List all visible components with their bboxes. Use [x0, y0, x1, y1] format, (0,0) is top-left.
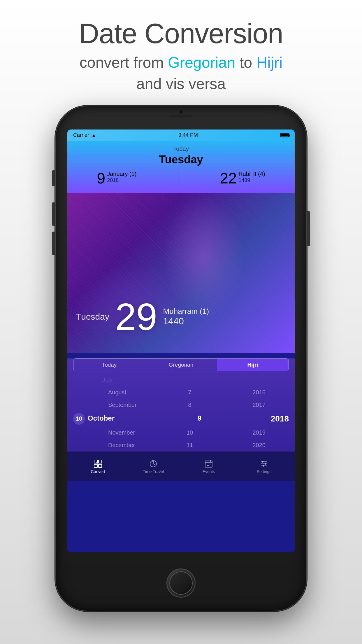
selected-indicator: 10 [73, 413, 85, 425]
current-day-name: Tuesday [76, 153, 286, 166]
picker-month-november: November [91, 429, 137, 436]
picker-month-july: July [91, 377, 137, 383]
hijri-year: 1439 [238, 177, 265, 183]
picker-month-august: August [91, 389, 137, 396]
status-left: Carrier ▲ [73, 132, 96, 138]
svg-point-16 [265, 463, 266, 465]
svg-line-4 [96, 462, 99, 465]
today-label: Today [76, 146, 286, 152]
status-bar: Carrier ▲ 9:44 PM [67, 130, 295, 141]
main-day-name: Tuesday [76, 312, 109, 322]
gregorian-day-number: 9 [97, 171, 105, 186]
date-divider [178, 169, 178, 187]
volume-down-button [52, 232, 55, 255]
picker-day-july [178, 377, 201, 383]
bottom-controls: Today Gregorian Hijri July August 7 2016 [67, 358, 295, 481]
svg-rect-1 [99, 460, 102, 463]
picker-row-october-selected[interactable]: 10 October 9 2018 [70, 411, 292, 426]
picker-row-august: August 7 2016 [70, 386, 292, 399]
hijri-month: Rabi' II (4) [238, 171, 265, 177]
home-button[interactable] [166, 568, 196, 598]
picker-year-august: 2016 [242, 389, 271, 396]
events-icon [204, 459, 213, 468]
picker-year-july [242, 377, 271, 383]
picker-year-september: 2017 [242, 402, 271, 408]
subtitle-to: to [240, 54, 256, 71]
picker-day-december: 11 [178, 442, 201, 449]
picker-selected-content: October 9 2018 [88, 414, 289, 424]
subtitle-plain: convert from [80, 54, 164, 71]
picker-row-september: September 8 2017 [70, 399, 292, 411]
date-row: 9 January (1) 2018 22 Rabi' II (4) 1439 [76, 169, 286, 187]
picker-day-august: 7 [178, 389, 201, 396]
subtitle-hijri: Hijri [256, 54, 283, 71]
segment-today[interactable]: Today [73, 359, 145, 371]
segment-gregorian[interactable]: Gregorian [145, 359, 217, 371]
front-camera [179, 110, 183, 114]
home-button-inner [169, 571, 193, 595]
svg-point-15 [262, 461, 263, 463]
tab-time-travel[interactable]: Time Travel [142, 459, 165, 474]
picker-year-october: 2018 [222, 414, 289, 424]
tab-events-label: Events [203, 469, 215, 474]
time-travel-icon [149, 459, 158, 468]
main-title: Date Conversion [79, 18, 283, 50]
main-month-info: Muharram (1) 1440 [163, 307, 209, 327]
gregorian-year: 2018 [107, 177, 136, 183]
subtitle-gregorian: Gregorian [168, 54, 235, 71]
gregorian-date-detail: January (1) 2018 [107, 171, 136, 183]
picker-day-october: 9 [177, 414, 222, 424]
hijri-day-number: 22 [220, 171, 237, 186]
picker-month-september: September [91, 402, 137, 408]
segment-hijri[interactable]: Hijri [217, 359, 289, 371]
picker-row-july: July [70, 374, 292, 386]
gregorian-date-block: 9 January (1) 2018 [97, 171, 136, 186]
subtitle: convert from Gregorian to Hijri and vis … [79, 52, 283, 94]
picker-day-september: 8 [178, 402, 201, 408]
svg-rect-2 [94, 464, 97, 468]
main-date-display: Tuesday 29 Muharram (1) 1440 [76, 298, 286, 336]
earpiece-speaker [169, 115, 193, 117]
convert-icon [94, 459, 102, 468]
picker-day-november: 10 [178, 429, 201, 436]
phone-device: Carrier ▲ 9:44 PM Today Tuesday 9 Januar… [56, 106, 306, 611]
app-header: Today Tuesday 9 January (1) 2018 22 Rabi… [67, 141, 295, 193]
subtitle-end: and vis versa [136, 75, 226, 92]
hijri-date-block: 22 Rabi' II (4) 1439 [220, 171, 265, 186]
date-picker[interactable]: July August 7 2016 September 8 2017 [67, 374, 295, 452]
carrier-label: Carrier [73, 132, 89, 138]
tab-settings[interactable]: Settings [252, 459, 276, 474]
notch [169, 110, 193, 117]
status-time: 9:44 PM [178, 132, 198, 138]
picker-row-november: November 10 2019 [70, 426, 292, 439]
picker-year-november: 2019 [242, 429, 271, 436]
power-button [307, 211, 310, 246]
picker-year-december: 2020 [242, 442, 271, 449]
main-year: 1440 [163, 316, 209, 327]
tab-convert[interactable]: Convert [86, 459, 110, 474]
status-right [280, 133, 289, 137]
settings-icon [260, 459, 268, 468]
hijri-date-detail: Rabi' II (4) 1439 [238, 171, 265, 183]
picker-row-december: December 11 2020 [70, 439, 292, 452]
tab-events[interactable]: Events [197, 459, 220, 474]
phone-screen: Carrier ▲ 9:44 PM Today Tuesday 9 Januar… [67, 130, 295, 552]
battery-icon [280, 133, 289, 137]
volume-up-button [52, 202, 55, 226]
tab-time-travel-label: Time Travel [143, 469, 164, 474]
main-day-number: 29 [115, 298, 157, 336]
mute-button [52, 170, 55, 186]
svg-point-17 [263, 465, 264, 467]
wifi-icon: ▲ [92, 133, 96, 138]
tab-convert-label: Convert [91, 469, 105, 474]
main-display-area: Tuesday 29 Muharram (1) 1440 [67, 193, 295, 353]
tab-settings-label: Settings [257, 469, 272, 474]
segment-control[interactable]: Today Gregorian Hijri [73, 358, 289, 371]
main-month: Muharram (1) [163, 307, 209, 316]
tab-bar: Convert Time Travel [67, 452, 295, 481]
app-promo-header: Date Conversion convert from Gregorian t… [79, 0, 283, 94]
picker-month-october: October [88, 414, 177, 424]
gregorian-month: January (1) [107, 171, 136, 177]
picker-month-december: December [91, 442, 137, 449]
